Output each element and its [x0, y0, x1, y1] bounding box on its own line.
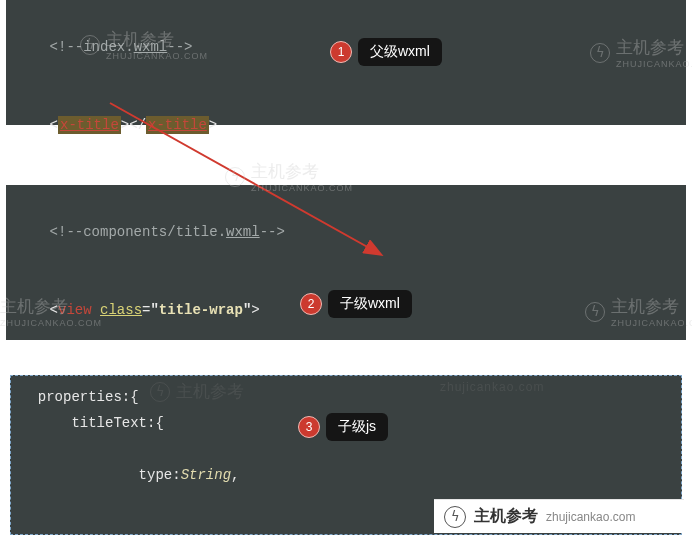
- brand-icon: ϟ: [444, 506, 466, 528]
- space: [92, 302, 100, 318]
- punct: </: [129, 117, 146, 133]
- annotation-badge-2: 2 子级wxml: [300, 290, 412, 318]
- punct: >: [251, 302, 259, 318]
- comment-text: <!--index.: [50, 39, 134, 55]
- badge-number: 3: [298, 416, 320, 438]
- badge-label: 子级wxml: [328, 290, 412, 318]
- badge-number: 2: [300, 293, 322, 315]
- comment-file: wxml: [134, 39, 168, 55]
- comment-text: <!--components/title.: [50, 224, 226, 240]
- code-line: <!--components/title.wxml-->: [16, 193, 676, 271]
- attr: class: [100, 302, 142, 318]
- brand-text: 主机参考: [474, 506, 538, 527]
- code-line: properties:{: [21, 384, 671, 410]
- badge-label: 父级wxml: [358, 38, 442, 66]
- text: ,: [231, 467, 239, 483]
- comment-file: wxml: [226, 224, 260, 240]
- comment-text: -->: [260, 224, 285, 240]
- badge-label: 子级js: [326, 413, 388, 441]
- annotation-badge-1: 1 父级wxml: [330, 38, 442, 66]
- brand-url: zhujicankao.com: [546, 510, 635, 524]
- quote: ": [150, 302, 158, 318]
- footer-brand: ϟ 主机参考 zhujicankao.com: [434, 499, 684, 533]
- text: type:: [55, 467, 181, 483]
- tag: x-title: [58, 116, 121, 134]
- code-line: <x-title></x-title>: [16, 86, 676, 164]
- tag: x-title: [146, 116, 209, 134]
- annotation-badge-3: 3 子级js: [298, 413, 388, 441]
- punct: >: [121, 117, 129, 133]
- comment-text: -->: [167, 39, 192, 55]
- badge-number: 1: [330, 41, 352, 63]
- punct: <: [50, 302, 58, 318]
- type: String: [181, 467, 231, 483]
- string: title-wrap: [159, 302, 243, 318]
- punct: >: [209, 117, 217, 133]
- tag: view: [58, 302, 92, 318]
- punct: <: [50, 117, 58, 133]
